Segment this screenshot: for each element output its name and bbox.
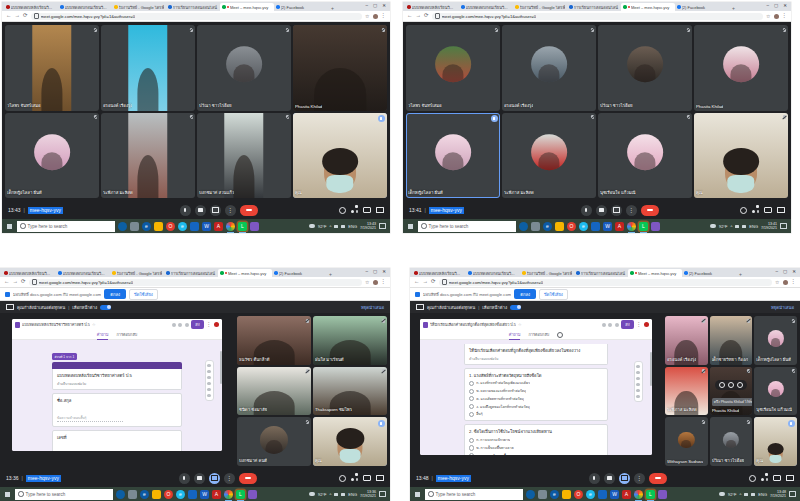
start-button[interactable]	[412, 489, 422, 499]
word-icon[interactable]: W	[202, 222, 211, 231]
taskbar-search[interactable]: Type here to search	[425, 489, 523, 500]
tab-facebook[interactable]: (2) Facebook	[274, 3, 328, 11]
back-icon[interactable]: ←	[407, 13, 413, 19]
present-screen-icon[interactable]	[777, 207, 786, 214]
tab-posttest-form[interactable]: แบบทดสอบหลังเรียนวิ...	[412, 269, 466, 277]
mic-button[interactable]	[179, 473, 190, 484]
maximize-button[interactable]: ▢	[783, 270, 787, 275]
mic-button[interactable]	[180, 205, 191, 216]
keyboard-lang[interactable]: ENG	[348, 492, 357, 497]
start-button[interactable]	[2, 489, 12, 499]
taskbar-search[interactable]: Type here to search	[15, 489, 113, 500]
theme-icon[interactable]	[172, 323, 176, 327]
participant-tile[interactable]: นุชเรือนใจ แก้วมณี	[598, 113, 692, 199]
bookmark-star-icon[interactable]: ☆	[766, 14, 770, 19]
minimize-button[interactable]: –	[365, 4, 368, 9]
participants-icon[interactable]	[351, 476, 358, 481]
tab-worksheet-drive[interactable]: ใบงานวิทย์ - Google ไดรฟ์	[513, 3, 567, 11]
tab-facebook[interactable]: (2) Facebook	[682, 269, 736, 277]
cortana-icon[interactable]	[519, 222, 528, 231]
notification-center-icon[interactable]	[379, 491, 386, 497]
profile-avatar[interactable]	[783, 280, 788, 285]
tab-pretest-form[interactable]: แบบทดสอบก่อนเรียนวิ...	[58, 3, 112, 11]
choice-option[interactable]: อื่นๆ	[469, 411, 603, 417]
maximize-button[interactable]: ▢	[373, 270, 377, 275]
network-icon[interactable]	[334, 493, 338, 496]
permission-allow-button[interactable]: ตกลง	[514, 289, 536, 299]
line-icon[interactable]: L	[236, 490, 245, 499]
tab-worksheet-drive[interactable]: ใบงานวิทย์ - Google ไดรฟ์	[520, 269, 574, 277]
participant-tile[interactable]: Phasita Khilad	[694, 25, 788, 111]
edge-icon[interactable]: e	[140, 490, 149, 499]
participant-tile[interactable]: ปวีณา ชาวไร่อ้อย	[197, 25, 291, 111]
camera-button[interactable]	[195, 205, 206, 216]
more-icon[interactable]	[737, 382, 743, 388]
participant-tile[interactable]: Thaksaporn ชมไพร	[313, 367, 387, 416]
word-icon[interactable]: W	[610, 490, 619, 499]
keyboard-lang[interactable]: ENG	[749, 224, 758, 229]
tile-hover-controls[interactable]	[715, 380, 747, 390]
participant-tile[interactable]: ระพีภาส มะลิสด	[665, 367, 708, 416]
store-icon[interactable]	[128, 490, 137, 499]
profile-avatar[interactable]	[373, 14, 378, 19]
taskbar-clock[interactable]: 13:437/19/2021	[360, 222, 376, 230]
more-options-button[interactable]: ⋮	[224, 473, 235, 484]
tab-meet[interactable]: Meet – mee-hqsv-yvy	[220, 3, 274, 11]
participant-tile[interactable]: เด็กหญิงไลลา ฝันดี	[754, 316, 797, 365]
bookmark-star-icon[interactable]: ☆	[365, 280, 369, 285]
video-icon[interactable]	[207, 388, 211, 392]
tab-online-class[interactable]: การเรียนการสอนออนไลน์	[166, 3, 220, 11]
choice-option[interactable]: ง. แรงดึงดูดของโลกที่กระทำต่อวัตถุ	[469, 404, 603, 410]
back-icon[interactable]: ←	[414, 279, 420, 285]
form-scrollbar[interactable]	[650, 352, 652, 387]
outlook-icon[interactable]	[598, 490, 607, 499]
participant-tile[interactable]: อรอนงค์ เรืองรุ่ง	[665, 316, 708, 365]
opera-icon[interactable]: O	[166, 222, 175, 231]
participant-tile[interactable]: เด็กชายวิทยา ก้องภพ	[710, 316, 753, 365]
address-bar[interactable]: meet.google.com/mee-hqsv-yvy?pli=1&authu…	[432, 13, 763, 20]
word-icon[interactable]: W	[603, 222, 612, 231]
form-star-icon[interactable]: ☆	[92, 322, 96, 327]
participant-tile[interactable]: ระพีภาส มะลิสด	[101, 113, 195, 199]
address-bar[interactable]: meet.google.com/mee-hqsv-yvy?pli=1&authu…	[439, 279, 772, 286]
browser-menu-icon[interactable]: ⋮	[791, 279, 797, 285]
section-icon[interactable]	[636, 395, 640, 399]
close-button[interactable]: ✕	[792, 270, 796, 275]
line-icon[interactable]: L	[639, 222, 648, 231]
pin-icon[interactable]	[719, 382, 725, 388]
file-explorer-icon[interactable]	[555, 222, 564, 231]
choice-option[interactable]: ข. การเข็นรถขึ้นทางลาด	[469, 445, 603, 451]
tab-pretest-form[interactable]: แบบทดสอบก่อนเรียนวิ...	[56, 269, 110, 277]
forward-icon[interactable]: →	[416, 13, 422, 19]
add-question-icon[interactable]	[636, 365, 640, 369]
chrome-icon[interactable]	[634, 490, 643, 499]
bookmark-star-icon[interactable]: ☆	[775, 280, 779, 285]
network-icon[interactable]	[735, 225, 739, 228]
minimize-button[interactable]: –	[775, 270, 778, 275]
ie-icon[interactable]: e	[586, 490, 595, 499]
participant-tile[interactable]: วไลพร จันทร์เสมอ	[406, 25, 500, 111]
question-card[interactable]: 1. แรงลัพธ์ที่กระทำต่อวัตถุหมายถึงข้อใดก…	[464, 368, 608, 422]
edge-icon[interactable]: e	[142, 222, 151, 231]
ie-icon[interactable]: e	[176, 490, 185, 499]
volume-icon[interactable]	[742, 225, 746, 228]
present-button[interactable]	[210, 205, 221, 216]
network-icon[interactable]	[334, 225, 338, 228]
participant-tile[interactable]: ฝนใส มาเรียนดี	[313, 316, 387, 365]
participant-tile[interactable]: ระพีภาส มะลิสด	[502, 113, 596, 199]
store-icon[interactable]	[130, 222, 139, 231]
outlook-icon[interactable]	[188, 490, 197, 499]
form-title-card[interactable]: ให้นักเรียนเลือกคำตอบที่ถูกต้องที่สุดเพี…	[464, 344, 608, 365]
profile-avatar[interactable]	[774, 14, 779, 19]
file-explorer-icon[interactable]	[152, 490, 161, 499]
browser-menu-icon[interactable]: ⋮	[381, 13, 387, 19]
mic-button[interactable]	[589, 473, 600, 484]
participant-tile[interactable]: ชนิดา ช่อมาลัย	[237, 367, 311, 416]
mic-button[interactable]	[581, 205, 592, 216]
participant-tile[interactable]: คุณ	[694, 113, 788, 199]
browser-menu-icon[interactable]: ⋮	[782, 13, 788, 19]
keyboard-lang[interactable]: ENG	[348, 224, 357, 229]
refresh-icon[interactable]: ⟳	[431, 279, 436, 285]
start-button[interactable]	[405, 221, 415, 231]
permission-allow-button[interactable]: ตกลง	[104, 289, 126, 299]
